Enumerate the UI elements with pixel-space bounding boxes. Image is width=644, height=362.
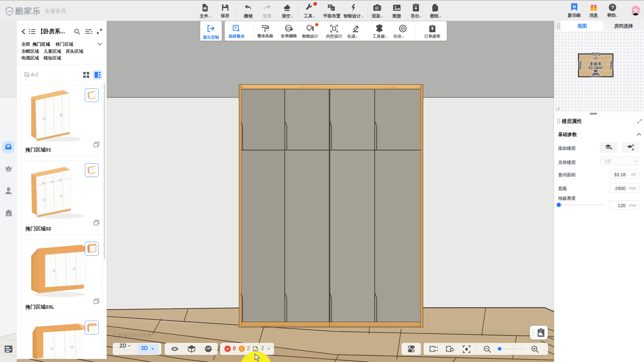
svg-text:N: N <box>573 4 576 9</box>
svg-text:?: ? <box>611 4 614 10</box>
svg-text:V: V <box>8 168 9 170</box>
